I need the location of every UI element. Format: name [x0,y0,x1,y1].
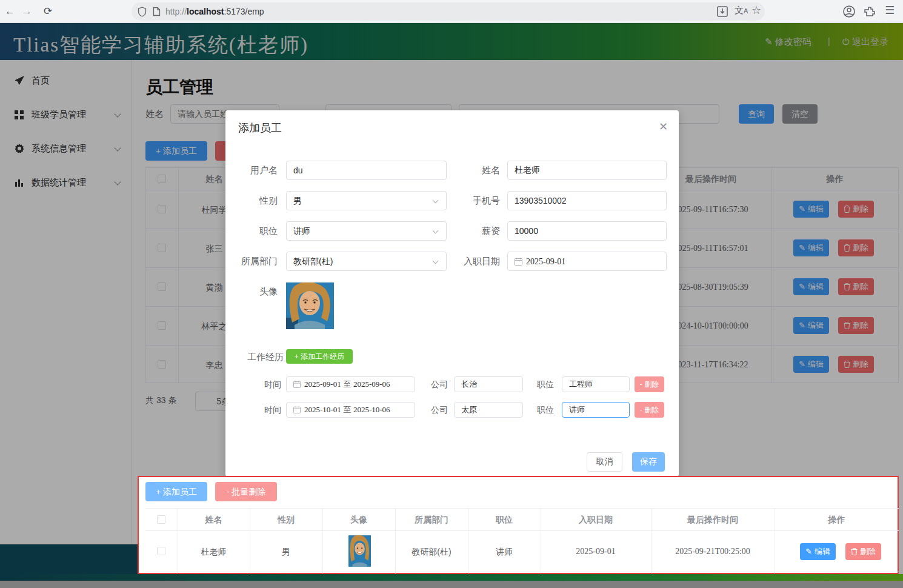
position-label: 职位 [230,226,278,237]
col-header-lastop: 最后操作时间 [651,515,775,526]
company-input[interactable] [454,376,523,392]
col-header-actions: 操作 [775,515,899,526]
col-header-dept: 所属部门 [395,515,468,526]
job-input[interactable] [562,376,630,392]
cancel-button[interactable]: 取消 [587,452,622,472]
phone-input[interactable] [507,191,667,210]
shield-icon [138,7,147,17]
calendar-icon [293,404,301,418]
department-select[interactable]: 教研部(杜) [286,252,447,271]
company-input[interactable] [454,402,523,418]
extensions-icon[interactable] [864,5,876,18]
address-bar[interactable]: http://localhost:5173/emp [132,2,765,21]
col-header-avatar: 头像 [322,515,395,526]
batch-delete-button[interactable]: - 批量删除 [215,482,277,501]
name-label: 姓名 [453,165,500,176]
bottom-gray-strip [0,581,903,588]
delete-button[interactable]: 删除 [845,543,881,560]
calendar-icon [515,253,522,272]
col-header-name: 姓名 [178,515,250,526]
bottom-gradient-strip [0,574,903,581]
forward-icon[interactable]: → [22,4,32,19]
job-input-focused[interactable] [562,402,630,418]
edit-pencil-icon: ✎ [805,543,812,560]
col-header-entry: 入职日期 [541,515,651,526]
gender-label: 性别 [230,195,278,207]
select-all-checkbox[interactable] [157,515,165,524]
result-annotation-box: + 添加员工 - 批量删除 姓名 性别 头像 所属部门 职位 入职日期 最后操作… [138,476,899,574]
page-icon [153,7,161,16]
cell-name: 杜老师 [178,547,250,558]
cell-gender: 男 [250,547,322,558]
edit-button[interactable]: ✎编辑 [800,543,836,560]
calendar-icon [293,378,301,393]
back-icon[interactable]: ← [5,4,15,19]
result-table: 姓名 性别 头像 所属部门 职位 入职日期 最后操作时间 操作 杜老师 男 教研… [145,508,899,573]
phone-label: 手机号 [453,195,500,207]
translate-icon[interactable]: 文A [735,5,748,16]
cell-position: 讲师 [468,547,541,558]
cell-dept: 教研部(杜) [395,547,468,558]
browser-toolbar: ← → ⟳ http://localhost:5173/emp 文A ☆ ☰ [0,0,903,23]
gender-select[interactable]: 男 [286,191,447,210]
department-label: 所属部门 [230,256,278,267]
menu-icon[interactable]: ☰ [885,4,895,17]
add-employee-dialog: 添加员工 ✕ 用户名 姓名 性别 男 手机号 职位 讲师 薪资 所属部门 教研部… [225,110,679,476]
position-select[interactable]: 讲师 [286,221,447,241]
save-page-icon[interactable] [716,5,728,18]
time-label: 时间 [248,379,281,390]
date-range-input[interactable]: 2025-09-01 至 2025-09-06 [286,376,415,392]
url-text: http://localhost:5173/emp [165,7,264,16]
date-range-input[interactable]: 2025-10-01 至 2025-10-06 [286,402,415,418]
job-label: 职位 [521,405,554,416]
work-exp-label: 工作经历 [230,352,284,363]
salary-label: 薪资 [453,226,500,237]
cell-entry: 2025-09-01 [541,547,651,556]
username-label: 用户名 [230,165,278,176]
job-label: 职位 [521,379,554,390]
add-work-exp-button[interactable]: + 添加工作经历 [286,349,353,364]
name-input[interactable] [507,161,667,180]
col-header-gender: 性别 [250,515,322,526]
cell-lastop: 2025-09-21T00:25:00 [651,547,775,556]
bookmark-star-icon[interactable]: ☆ [751,4,761,17]
col-header-position: 职位 [468,515,541,526]
username-input[interactable] [286,161,447,180]
time-label: 时间 [248,405,281,416]
delete-exp-button[interactable]: - 删除 [635,376,664,392]
salary-input[interactable] [507,221,667,241]
cell-avatar-image [348,535,371,567]
avatar-label: 头像 [230,286,278,298]
close-icon[interactable]: ✕ [659,121,668,132]
delete-exp-button[interactable]: - 删除 [635,402,664,418]
avatar-image[interactable] [286,282,334,329]
profile-icon[interactable] [842,5,856,18]
entry-date-input[interactable]: 2025-09-01 [507,252,667,271]
row-checkbox[interactable] [157,547,165,555]
company-label: 公司 [415,405,448,416]
company-label: 公司 [415,379,448,390]
add-employee-button[interactable]: + 添加员工 [145,482,207,501]
reload-icon[interactable]: ⟳ [44,4,52,19]
save-button[interactable]: 保存 [632,452,665,472]
dialog-title: 添加员工 [238,121,282,135]
entry-date-label: 入职日期 [453,256,500,267]
trash-icon [851,548,858,555]
